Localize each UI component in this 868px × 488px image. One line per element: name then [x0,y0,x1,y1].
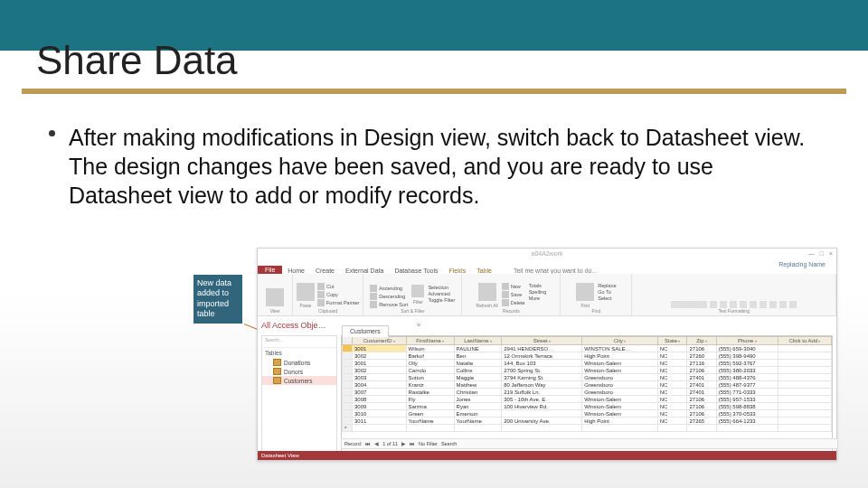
table-row[interactable]: 3002CarroloCollins2700 Spring St.Winston… [343,367,832,374]
cell[interactable]: Ryan [454,403,502,410]
cell[interactable]: 144, Box 103 [502,360,582,367]
tell-me-box[interactable]: Tell me what you want to do… [508,267,603,274]
filter-icon[interactable] [411,285,424,297]
col-lastname[interactable]: LastName [454,337,502,345]
replace-button[interactable]: Replace [598,283,616,288]
cell[interactable]: Winston-Salem [582,410,657,418]
recnav-last-button[interactable]: ⏭ [410,441,415,446]
cell[interactable]: Winston-Salem [582,367,657,374]
cell[interactable]: Maggie [454,374,502,381]
cell[interactable] [716,425,778,432]
cell[interactable]: 219 Suffolk Ln. [502,389,582,396]
cell[interactable]: Greensboro [582,374,657,381]
col-customerid[interactable]: CustomerID [353,337,407,345]
new-record-button[interactable]: New [502,283,525,290]
cell[interactable]: YourName [406,418,454,425]
maximize-button[interactable]: □ [820,250,824,257]
cell[interactable]: High Point [582,352,657,360]
cell[interactable]: NC [657,396,687,403]
col-firstname[interactable]: FirstName [406,337,454,345]
tab-file[interactable]: File [258,266,282,274]
recnav-search[interactable]: Search [441,441,457,446]
row-selector-cell[interactable]: * [343,425,353,432]
row-selector-cell[interactable] [343,367,353,374]
cell[interactable]: (555) 398-9490 [716,352,778,360]
cell[interactable]: (555) 664-1233 [716,418,778,425]
col-click-to-add[interactable]: Click to Add [778,337,831,345]
goto-button[interactable]: Go To [598,289,616,295]
minimize-button[interactable]: — [808,250,815,257]
cell[interactable]: Olly [406,360,454,367]
cell[interactable]: NC [657,352,687,360]
cell[interactable]: Greensboro [582,381,657,389]
refresh-icon[interactable] [478,283,496,301]
datasheet-table[interactable]: CustomerID FirstName LastName Street Cit… [342,336,832,432]
cell[interactable]: (555) 380-2033 [716,367,778,374]
select-button[interactable]: Select [598,296,616,301]
cell[interactable] [778,410,831,418]
row-selector-cell[interactable] [343,345,353,352]
cell[interactable]: NC [657,410,687,418]
cell[interactable]: 3008 [353,396,407,403]
align-center-icon[interactable] [760,301,767,308]
bold-icon[interactable] [720,301,727,308]
cell[interactable]: Christian [454,389,502,396]
col-phone[interactable]: Phone [716,337,778,345]
nav-collapse-button[interactable]: « [417,321,420,329]
recnav-first-button[interactable]: ⏮ [365,441,371,446]
table-row[interactable]: 3001WilsonPAULINE2941 HENDERSO…WINSTON S… [343,345,832,352]
cell[interactable] [778,381,831,389]
close-button[interactable]: × [829,250,833,257]
cell[interactable]: NC [657,345,687,352]
row-selector-cell[interactable] [343,410,353,418]
row-selector-cell[interactable] [343,389,353,396]
tab-home[interactable]: Home [282,267,310,274]
cell[interactable]: YourName [454,418,502,425]
sort-descending-button[interactable]: Descending [370,293,408,300]
cell[interactable]: NC [657,367,687,374]
cell[interactable]: NC [657,360,687,367]
cell[interactable]: 27106 [687,410,716,418]
sort-ascending-button[interactable]: Ascending [370,285,408,292]
tab-create[interactable]: Create [310,267,340,274]
cell[interactable]: NC [657,403,687,410]
cell[interactable]: (555) 771-0333 [716,389,778,396]
cell[interactable] [657,425,687,432]
cell[interactable]: Rastalke [406,389,454,396]
cell[interactable]: Barkof [406,352,454,360]
cell[interactable]: 3002 [353,367,407,374]
object-tab-customers[interactable]: Customers [342,325,389,337]
italic-icon[interactable] [730,301,737,308]
col-street[interactable]: Street [502,337,582,345]
cell[interactable] [454,425,502,432]
cell[interactable]: 2700 Spring St. [502,367,582,374]
cell[interactable]: 305 - 10th Ave. E. [502,396,582,403]
cell[interactable]: 27260 [687,352,716,360]
cell[interactable]: Natalie [454,360,502,367]
col-city[interactable]: City [582,337,657,345]
nav-table-customers[interactable]: Customers [262,376,336,385]
cell[interactable]: 2941 HENDERSO… [502,345,582,352]
table-row[interactable]: 3004KrantzMatthew80 Jefferson WayGreensb… [343,381,832,389]
cell[interactable]: 80 Jefferson Way [502,381,582,389]
remove-sort-button[interactable]: Remove Sort [370,301,408,308]
spelling-button[interactable]: Spelling [529,289,547,295]
format-painter-button[interactable]: Format Painter [317,299,359,306]
cell[interactable]: 3004 [353,381,407,389]
cell[interactable]: NC [657,418,687,425]
nav-shutter-label[interactable]: All Access Obje… [261,321,326,330]
cell[interactable]: 12 Ormskirk Terrace [502,352,582,360]
cell[interactable]: NC [657,389,687,396]
cell[interactable]: 3001 [353,360,407,367]
cell[interactable] [687,425,716,432]
col-state[interactable]: State [657,337,687,345]
cell[interactable] [778,367,831,374]
cell[interactable] [778,389,831,396]
cell[interactable]: Carrolo [406,367,454,374]
delete-record-button[interactable]: Delete [502,299,525,306]
cell[interactable]: (555) 370-0533 [716,410,778,418]
cell[interactable]: Greensboro [582,389,657,396]
table-row[interactable]: 3007RastalkeChristian219 Suffolk Ln.Gree… [343,389,832,396]
cell[interactable] [778,345,831,352]
cell[interactable]: WINSTON SALE… [582,345,657,352]
